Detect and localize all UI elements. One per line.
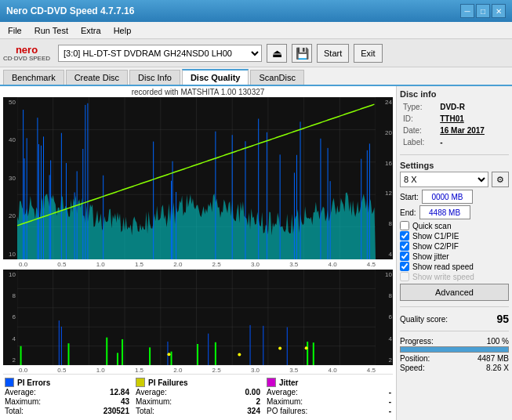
pi-errors-max: Maximum: 43 — [5, 397, 129, 406]
chart-title: recorded with MATSHITA 1.00 130327 — [3, 88, 393, 96]
start-mb-row: Start: — [400, 190, 509, 204]
end-mb-input[interactable] — [419, 205, 470, 219]
show-c2-pif-label: Show C2/PIF — [412, 242, 459, 251]
chart-area: recorded with MATSHITA 1.00 130327 50 40… — [0, 86, 396, 420]
start-mb-input[interactable] — [422, 190, 473, 204]
disc-label-row: Label: - — [401, 137, 507, 147]
tab-create-disc[interactable]: Create Disc — [66, 70, 128, 85]
progress-row: Progress: 100 % — [400, 337, 509, 346]
speed-row: Speed: 8.26 X — [400, 364, 509, 372]
speed-label: Speed: — [400, 364, 425, 372]
start-button[interactable]: Start — [317, 44, 349, 63]
pi-errors-total: Total: 230521 — [5, 407, 129, 415]
show-c1-pie-label: Show C1/PIE — [412, 232, 459, 241]
window-controls: ─ □ ✕ — [460, 4, 506, 18]
divider-2 — [400, 306, 509, 307]
eject-icon[interactable]: ⏏ — [267, 44, 287, 63]
upper-y-axis-left: 50 40 30 20 10 — [3, 97, 17, 259]
close-button[interactable]: ✕ — [492, 4, 506, 18]
tab-bar: Benchmark Create Disc Disc Info Disc Qua… — [0, 67, 512, 86]
position-row: Position: 4487 MB — [400, 354, 509, 363]
menu-file[interactable]: File — [3, 24, 27, 37]
jitter-header: Jitter — [267, 378, 391, 387]
quick-scan-label: Quick scan — [412, 222, 451, 230]
lower-x-axis: 0.0 0.5 1.0 1.5 2.0 2.5 3.0 3.5 4.0 4.5 — [3, 367, 393, 374]
speed-settings-row: 8 X 4 X 2 X 1 X MAX ⚙ — [400, 172, 509, 187]
jitter-max: Maximum: - — [267, 397, 391, 406]
pi-failures-max: Maximum: 2 — [136, 397, 260, 406]
pi-errors-header: PI Errors — [5, 378, 129, 387]
pi-failures-header: PI Failures — [136, 378, 260, 387]
quality-score-value: 95 — [496, 313, 509, 325]
show-c1-pie-row: Show C1/PIE — [400, 231, 509, 241]
quality-score-row: Quality score: 95 — [400, 313, 509, 325]
jitter-avg: Average: - — [267, 388, 391, 396]
upper-chart — [17, 97, 376, 259]
exit-button[interactable]: Exit — [354, 44, 382, 63]
show-write-speed-checkbox — [400, 272, 409, 281]
disc-info-title: Disc info — [400, 89, 509, 99]
show-jitter-row: Show jitter — [400, 252, 509, 261]
pi-failures-avg: Average: 0.00 — [136, 388, 260, 396]
settings-icon-button[interactable]: ⚙ — [492, 172, 509, 187]
divider-1 — [400, 154, 509, 155]
disc-info-table: Type: DVD-R ID: TTH01 Date: 16 Mar 2017 … — [400, 100, 509, 149]
speed-selector[interactable]: 8 X 4 X 2 X 1 X MAX — [400, 172, 488, 187]
tab-scan-disc[interactable]: ScanDisc — [250, 70, 303, 85]
end-mb-row: End: — [400, 205, 509, 219]
show-read-speed-checkbox[interactable] — [400, 262, 409, 271]
pi-errors-group: PI Errors Average: 12.84 Maximum: 43 Tot… — [5, 378, 129, 415]
title-bar: Nero CD-DVD Speed 4.7.7.16 ─ □ ✕ — [0, 0, 512, 22]
stats-row: PI Errors Average: 12.84 Maximum: 43 Tot… — [3, 374, 393, 418]
show-read-speed-label: Show read speed — [412, 262, 474, 271]
po-failures: PO failures: - — [267, 407, 391, 415]
show-read-speed-row: Show read speed — [400, 262, 509, 271]
lower-y-axis-left: 10 8 6 4 2 — [3, 270, 17, 365]
show-write-speed-label: Show write speed — [412, 273, 474, 281]
main-content: recorded with MATSHITA 1.00 130327 50 40… — [0, 86, 512, 420]
right-panel: Disc info Type: DVD-R ID: TTH01 Date: 16… — [396, 86, 512, 420]
quality-score-label: Quality score: — [400, 315, 448, 324]
disc-id-row: ID: TTH01 — [401, 114, 507, 124]
disc-type-row: Type: DVD-R — [401, 102, 507, 112]
menu-extra[interactable]: Extra — [76, 24, 106, 37]
tab-benchmark[interactable]: Benchmark — [3, 70, 64, 85]
disc-date-row: Date: 16 Mar 2017 — [401, 125, 507, 136]
menu-bar: File Run Test Extra Help — [0, 22, 512, 39]
quick-scan-checkbox[interactable] — [400, 221, 409, 230]
progress-section: Progress: 100 % Position: 4487 MB Speed:… — [400, 337, 509, 373]
pi-failures-group: PI Failures Average: 0.00 Maximum: 2 Tot… — [136, 378, 260, 415]
tab-disc-info[interactable]: Disc Info — [129, 70, 180, 85]
show-jitter-label: Show jitter — [412, 252, 449, 261]
progress-label: Progress: — [400, 337, 434, 346]
menu-help[interactable]: Help — [109, 24, 136, 37]
upper-x-axis: 0.0 0.5 1.0 1.5 2.0 2.5 3.0 3.5 4.0 4.5 — [3, 261, 393, 268]
show-jitter-checkbox[interactable] — [400, 252, 409, 261]
quick-scan-row: Quick scan — [400, 221, 509, 230]
save-icon[interactable]: 💾 — [292, 44, 312, 63]
upper-y-axis-right: 24 20 16 12 8 4 — [376, 97, 393, 259]
disc-info-section: Disc info Type: DVD-R ID: TTH01 Date: 16… — [400, 89, 509, 149]
settings-section: Settings 8 X 4 X 2 X 1 X MAX ⚙ Start: En… — [400, 161, 509, 301]
quality-section: Quality score: 95 — [400, 313, 509, 325]
header-row: nero CD·DVD SPEED [3:0] HL-DT-ST DVDRAM … — [0, 39, 512, 67]
chart-container: 50 40 30 20 10 24 20 16 12 8 4 — [3, 97, 393, 374]
pi-errors-avg: Average: 12.84 — [5, 388, 129, 396]
app-title: Nero CD-DVD Speed 4.7.7.16 — [6, 5, 134, 16]
advanced-button[interactable]: Advanced — [400, 284, 509, 301]
upper-chart-canvas — [17, 97, 376, 259]
show-write-speed-row: Show write speed — [400, 272, 509, 281]
progress-bar-outer — [400, 346, 509, 353]
maximize-button[interactable]: □ — [476, 4, 490, 18]
speed-value: 8.26 X — [486, 364, 509, 372]
position-value: 4487 MB — [478, 354, 509, 363]
settings-title: Settings — [400, 161, 509, 170]
pi-errors-legend — [5, 378, 14, 387]
minimize-button[interactable]: ─ — [460, 4, 474, 18]
show-c2-pif-checkbox[interactable] — [400, 241, 409, 251]
drive-selector[interactable]: [3:0] HL-DT-ST DVDRAM GH24NSD0 LH00 — [58, 45, 262, 62]
tab-disc-quality[interactable]: Disc Quality — [182, 69, 249, 85]
show-c1-pie-checkbox[interactable] — [400, 231, 409, 241]
lower-y-axis-right: 10 8 6 4 2 — [376, 270, 393, 365]
menu-run-test[interactable]: Run Test — [30, 24, 73, 37]
